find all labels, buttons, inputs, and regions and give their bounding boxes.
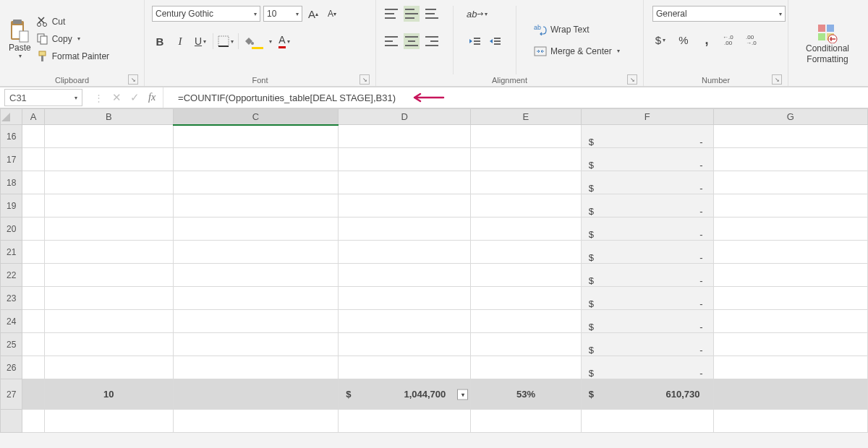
merge-icon: [534, 46, 547, 57]
svg-rect-7: [41, 36, 47, 44]
group-alignment: ab↗▾ ab Wrap Text Merge & Center ▾: [376, 0, 644, 86]
table-row: 21$-: [1, 241, 868, 264]
chevron-down-icon: ▾: [229, 38, 234, 45]
align-top-button[interactable]: [383, 6, 399, 22]
clipboard-icon: [9, 18, 30, 43]
filter-dropdown-icon[interactable]: ▾: [457, 389, 468, 400]
cut-button[interactable]: Cut: [37, 16, 109, 27]
formula-input[interactable]: =COUNTIF(Opportunities_table[DEAL STAGE]…: [163, 92, 396, 103]
svg-rect-3: [20, 31, 28, 42]
chevron-down-icon: ▾: [294, 11, 299, 17]
paste-button[interactable]: Paste ▾: [4, 3, 35, 74]
col-head-F[interactable]: F: [581, 109, 713, 125]
accounting-format-button[interactable]: $▾: [652, 32, 668, 48]
fill-color-button[interactable]: ▾: [243, 33, 272, 49]
align-center-button[interactable]: [404, 33, 420, 49]
font-name-combo[interactable]: Century Gothic ▾: [152, 6, 260, 22]
indent-icon: [488, 36, 501, 46]
table-row: 20$-: [1, 217, 868, 241]
col-head-G[interactable]: G: [713, 109, 867, 125]
svg-rect-1: [13, 20, 22, 24]
align-left-button[interactable]: [383, 33, 399, 49]
svg-rect-20: [535, 47, 546, 56]
svg-rect-25: [818, 25, 825, 32]
svg-rect-9: [41, 56, 43, 61]
number-format-combo[interactable]: General ▾: [652, 6, 786, 22]
wrap-text-icon: ab: [534, 24, 547, 35]
total-b[interactable]: 10: [44, 379, 173, 410]
comma-format-button[interactable]: ,: [699, 32, 715, 48]
group-label-clipboard: Clipboard ↘: [4, 74, 140, 85]
orientation-button[interactable]: ab↗▾: [467, 6, 488, 22]
enter-icon[interactable]: ✓: [130, 91, 140, 104]
increase-font-button[interactable]: A▴: [305, 6, 321, 22]
decrease-font-button[interactable]: A▾: [324, 6, 340, 22]
table-row: 16$-: [1, 125, 868, 148]
chevron-down-icon: ▾: [202, 38, 206, 45]
chevron-down-icon: ▾: [778, 11, 782, 17]
font-color-button[interactable]: A ▾: [276, 33, 292, 49]
col-head-E[interactable]: E: [471, 109, 581, 125]
svg-rect-10: [218, 36, 229, 46]
merge-center-button[interactable]: Merge & Center ▾: [534, 46, 620, 57]
chevron-down-icon: ▾: [252, 11, 257, 17]
underline-button[interactable]: U▾: [192, 33, 208, 49]
table-row: 17$-: [1, 148, 868, 171]
total-d[interactable]: $1,044,700▾: [339, 379, 471, 410]
group-styles: Conditional Formatting: [788, 0, 867, 86]
bold-button[interactable]: B: [152, 33, 168, 49]
table-row: 25$-: [1, 333, 868, 356]
borders-button[interactable]: ▾: [218, 33, 234, 49]
chevron-down-icon: ▾: [73, 95, 77, 101]
cancel-icon[interactable]: ✕: [112, 91, 122, 104]
group-number: General ▾ $▾ % , ←.0.00 .00→.0 Number ↘: [644, 0, 788, 86]
svg-text:.00: .00: [724, 40, 733, 46]
border-icon: [218, 35, 229, 47]
svg-point-12: [251, 42, 254, 45]
chevron-down-icon: ▾: [616, 48, 620, 54]
col-head-B[interactable]: B: [44, 109, 173, 125]
font-size-combo[interactable]: 10 ▾: [263, 6, 302, 22]
ribbon: Paste ▾ Cut Copy ▾ Format Painter: [0, 0, 868, 87]
total-f[interactable]: $610,730: [581, 379, 713, 410]
column-headers: A B C D E F G: [1, 109, 868, 125]
svg-rect-8: [39, 51, 46, 56]
chevron-down-icon: ▾: [17, 53, 22, 60]
increase-indent-button[interactable]: [487, 33, 503, 49]
format-painter-button[interactable]: Format Painter: [37, 51, 109, 62]
chevron-down-icon: ▾: [268, 38, 272, 45]
conditional-formatting-icon: [817, 23, 838, 43]
fx-icon[interactable]: fx: [148, 92, 156, 103]
outdent-icon: [468, 36, 481, 46]
copy-button[interactable]: Copy ▾: [37, 33, 109, 45]
align-middle-button[interactable]: [404, 6, 420, 22]
italic-button[interactable]: I: [172, 33, 188, 49]
decrease-decimal-button[interactable]: .00→.0: [745, 32, 761, 48]
conditional-formatting-button[interactable]: Conditional Formatting: [801, 3, 854, 85]
worksheet-grid[interactable]: A B C D E F G 16$- 17$- 18$- 19$- 20$- 2…: [0, 108, 868, 433]
align-bottom-button[interactable]: [424, 6, 440, 22]
group-label-font: Font ↘: [149, 74, 371, 85]
dialog-launcher-icon[interactable]: ↘: [772, 74, 782, 85]
dialog-launcher-icon[interactable]: ↘: [627, 74, 637, 85]
dialog-launcher-icon[interactable]: ↘: [128, 74, 138, 85]
col-head-D[interactable]: D: [339, 109, 471, 125]
total-e[interactable]: 53%: [471, 379, 581, 410]
col-head-C[interactable]: C: [173, 109, 339, 125]
group-clipboard: Paste ▾ Cut Copy ▾ Format Painter: [0, 0, 145, 86]
align-right-button[interactable]: [424, 33, 440, 49]
dialog-launcher-icon[interactable]: ↘: [359, 74, 370, 85]
table-row: [1, 410, 868, 433]
group-label-number: Number ↘: [648, 74, 783, 85]
percent-format-button[interactable]: %: [676, 32, 692, 48]
increase-decimal-button[interactable]: ←.0.00: [722, 32, 738, 48]
col-head-A[interactable]: A: [22, 109, 44, 125]
name-box[interactable]: C31 ▾: [4, 89, 82, 106]
scissors-icon: [37, 16, 48, 27]
paste-label: Paste: [9, 43, 31, 53]
svg-rect-27: [818, 33, 825, 40]
table-row: 23$-: [1, 287, 868, 310]
select-all-corner[interactable]: [1, 109, 22, 125]
wrap-text-button[interactable]: ab Wrap Text: [534, 24, 620, 35]
decrease-indent-button[interactable]: [467, 33, 482, 49]
